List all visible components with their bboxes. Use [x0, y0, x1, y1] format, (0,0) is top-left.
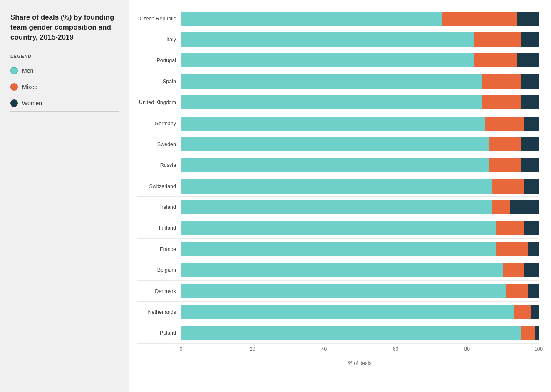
bar-track: [181, 53, 539, 67]
bar-track: [181, 326, 539, 340]
bar-wrapper: [181, 263, 539, 277]
bar-track: [181, 74, 539, 89]
bar-track: [181, 32, 539, 47]
table-row: France: [137, 239, 539, 260]
table-row: Switzerland: [137, 176, 539, 197]
bar-segment-mixed: [482, 95, 521, 109]
bar-segment-mixed: [492, 200, 510, 214]
country-label: Italy: [137, 37, 181, 42]
bar-segment-mixed: [496, 221, 524, 235]
bar-track: [181, 179, 539, 194]
bar-segment-mixed: [503, 263, 524, 277]
bar-segment-men: [181, 95, 482, 109]
bar-segment-mixed: [474, 32, 521, 47]
bar-segment-men: [181, 117, 485, 131]
bar-track: [181, 137, 539, 151]
bar-wrapper: [181, 53, 539, 67]
bar-segment-mixed: [514, 305, 531, 319]
country-label: United Kingdom: [137, 99, 181, 105]
bar-track: [181, 263, 539, 277]
country-label: Belgium: [137, 267, 181, 273]
country-label: Poland: [137, 330, 181, 336]
legend-label-mixed: Mixed: [22, 84, 37, 90]
bar-segment-mixed: [489, 137, 521, 151]
table-row: Ireland: [137, 197, 539, 218]
x-axis-ticks: 020406080100: [181, 346, 539, 359]
legend-circle-mixed: [10, 83, 18, 91]
bar-segment-mixed: [482, 74, 521, 89]
country-label: Switzerland: [137, 184, 181, 189]
legend: Men Mixed Women: [10, 63, 119, 112]
x-tick: 0: [180, 346, 183, 352]
legend-heading: LEGEND: [10, 54, 119, 59]
table-row: Poland: [137, 323, 539, 344]
bar-segment-mixed: [489, 158, 521, 172]
legend-item-women: Women: [10, 95, 119, 112]
bar-segment-mixed: [442, 12, 517, 26]
table-row: Italy: [137, 29, 539, 50]
bar-wrapper: [181, 221, 539, 235]
bar-wrapper: [181, 284, 539, 298]
bar-wrapper: [181, 305, 539, 319]
bar-track: [181, 117, 539, 131]
table-row: Denmark: [137, 281, 539, 302]
bar-wrapper: [181, 158, 539, 172]
country-label: Portugal: [137, 57, 181, 63]
legend-item-mixed: Mixed: [10, 79, 119, 95]
legend-circle-women: [10, 99, 18, 107]
legend-circle-men: [10, 67, 18, 74]
bar-segment-men: [181, 74, 482, 89]
country-label: Netherlands: [137, 309, 181, 315]
bar-segment-women: [510, 200, 539, 214]
bar-segment-women: [521, 32, 539, 47]
table-row: Portugal: [137, 50, 539, 71]
chart-title: Share of deals (%) by founding team gend…: [10, 12, 119, 42]
bar-segment-men: [181, 32, 474, 47]
bar-segment-women: [521, 74, 539, 89]
bar-segment-mixed: [506, 284, 528, 298]
bar-segment-women: [528, 284, 539, 298]
country-label: France: [137, 246, 181, 252]
bar-segment-women: [524, 179, 539, 194]
country-label: Czech Republic: [137, 16, 181, 22]
bar-segment-women: [524, 263, 539, 277]
bar-segment-mixed: [496, 242, 528, 256]
x-axis: 020406080100: [137, 346, 539, 359]
bar-wrapper: [181, 137, 539, 151]
bar-track: [181, 221, 539, 235]
bar-segment-mixed: [474, 53, 517, 67]
bar-track: [181, 200, 539, 214]
bar-segment-women: [531, 305, 539, 319]
bar-track: [181, 305, 539, 319]
legend-item-men: Men: [10, 63, 119, 79]
bar-segment-men: [181, 200, 492, 214]
bar-segment-men: [181, 242, 496, 256]
table-row: Germany: [137, 113, 539, 134]
bar-wrapper: [181, 326, 539, 340]
table-row: Czech Republic: [137, 8, 539, 29]
bar-segment-women: [521, 137, 539, 151]
bar-segment-men: [181, 12, 442, 26]
bar-segment-men: [181, 305, 514, 319]
bar-segment-women: [517, 12, 539, 26]
bar-segment-mixed: [521, 326, 535, 340]
bar-segment-men: [181, 263, 503, 277]
bar-segment-men: [181, 326, 521, 340]
bar-segment-men: [181, 221, 496, 235]
table-row: Belgium: [137, 260, 539, 281]
legend-label-women: Women: [22, 100, 42, 107]
bar-segment-women: [524, 221, 539, 235]
x-tick: 40: [321, 346, 327, 352]
bar-track: [181, 95, 539, 109]
x-tick: 60: [393, 346, 398, 352]
left-panel: Share of deals (%) by founding team gend…: [0, 0, 129, 392]
bar-segment-women: [524, 117, 539, 131]
bar-track: [181, 158, 539, 172]
table-row: Finland: [137, 218, 539, 239]
bar-segment-mixed: [492, 179, 524, 194]
bar-wrapper: [181, 179, 539, 194]
bar-segment-women: [521, 158, 539, 172]
country-label: Russia: [137, 162, 181, 168]
x-tick: 100: [534, 346, 543, 352]
table-row: Spain: [137, 71, 539, 92]
